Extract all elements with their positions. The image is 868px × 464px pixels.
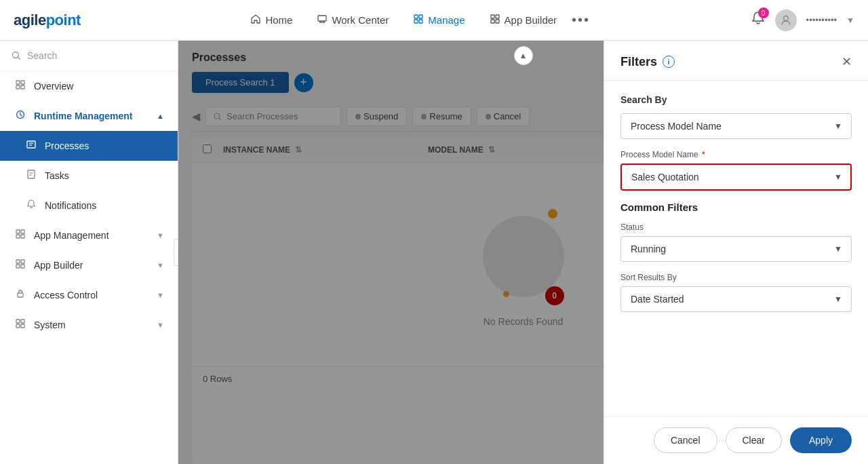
topnav: agilepoint Home Work Center Manage App	[0, 0, 868, 41]
svg-rect-20	[27, 141, 35, 148]
sidebar-runtime-label: Runtime Management	[34, 111, 150, 121]
svg-rect-31	[21, 260, 24, 263]
svg-rect-9	[496, 15, 499, 18]
nav-right: 0 •••••••••• ▼	[751, 9, 854, 31]
sort-label: Sort Results By	[620, 273, 852, 282]
svg-rect-23	[28, 170, 35, 178]
bell-button[interactable]: 0	[751, 11, 766, 29]
sidebar-item-system[interactable]: System ▼	[0, 310, 178, 340]
nav-home[interactable]: Home	[241, 8, 302, 33]
svg-rect-5	[419, 15, 422, 18]
sidebar-collapse-button[interactable]: ◀	[174, 239, 178, 266]
username: ••••••••••	[806, 15, 837, 25]
filters-panel: Filters i ✕ Search By Process Model Name…	[604, 41, 868, 464]
sidebar-item-accesscontrol[interactable]: Access Control ▼	[0, 280, 178, 310]
svg-point-13	[13, 52, 19, 58]
search-by-select[interactable]: Process Model Name Instance Name Status	[620, 113, 852, 139]
apply-button[interactable]: Apply	[790, 427, 852, 453]
collapse-up-button[interactable]: ▲	[514, 46, 533, 65]
sidebar-overview-label: Overview	[34, 81, 164, 92]
svg-rect-0	[318, 16, 326, 21]
sidebar-item-notifications[interactable]: Notifications	[0, 191, 178, 220]
svg-rect-17	[16, 85, 20, 89]
tasks-icon	[24, 169, 38, 182]
appbuilder-chevron-icon: ▼	[157, 261, 164, 269]
sort-select[interactable]: Date Started Instance Name Model Name	[620, 286, 852, 312]
filters-footer: Cancel Clear Apply	[604, 416, 868, 464]
main-content: ▲ Processes Process Search 1 + ◀ Search …	[178, 41, 868, 464]
home-icon	[250, 14, 261, 27]
appmanagement-chevron-icon: ▼	[157, 231, 164, 239]
avatar[interactable]	[775, 9, 797, 31]
svg-rect-30	[16, 260, 20, 263]
sidebar-item-appbuilder[interactable]: App Builder ▼	[0, 250, 178, 280]
svg-rect-4	[414, 15, 418, 18]
process-model-select[interactable]: Sales Quotation Purchase Order Employee …	[620, 163, 852, 191]
workcenter-icon	[317, 14, 328, 27]
sidebar-search-label: Search	[27, 50, 57, 61]
sidebar-tasks-label: Tasks	[45, 170, 164, 181]
cancel-button[interactable]: Cancel	[654, 427, 717, 453]
sidebar-item-runtime[interactable]: Runtime Management ▲	[0, 101, 178, 131]
runtime-chevron-icon: ▲	[157, 112, 164, 120]
filters-header: Filters i ✕	[604, 41, 868, 81]
filters-info-icon[interactable]: i	[663, 56, 675, 68]
svg-rect-15	[16, 81, 20, 84]
sort-select-wrap: Date Started Instance Name Model Name ▼	[620, 286, 852, 312]
filters-close-button[interactable]: ✕	[842, 54, 852, 69]
main-layout: Search Overview Runtime Management ▲ Pro…	[0, 41, 868, 464]
manage-icon	[413, 14, 424, 27]
user-chevron-icon[interactable]: ▼	[846, 16, 854, 25]
process-model-select-wrap: Sales Quotation Purchase Order Employee …	[620, 163, 852, 191]
sidebar-appmanagement-label: App Management	[34, 230, 150, 241]
filters-title: Filters	[620, 55, 657, 69]
svg-rect-33	[21, 265, 24, 268]
svg-rect-32	[16, 265, 20, 268]
nav-items: Home Work Center Manage App Builder •••	[241, 8, 590, 33]
status-select[interactable]: Running Suspended Completed Cancelled	[620, 236, 852, 262]
svg-rect-10	[491, 20, 494, 23]
clear-button[interactable]: Clear	[726, 427, 782, 453]
sidebar-item-tasks[interactable]: Tasks	[0, 161, 178, 191]
svg-rect-38	[21, 324, 24, 328]
appbuilder-nav-icon	[490, 14, 500, 27]
search-icon	[11, 50, 22, 61]
collapse-bar: ▲	[514, 46, 533, 65]
accesscontrol-chevron-icon: ▼	[157, 291, 164, 299]
logo-text: agilepoint	[14, 12, 81, 29]
required-indicator: *	[702, 150, 705, 159]
svg-rect-8	[491, 15, 494, 18]
notification-badge: 0	[758, 7, 769, 18]
nav-appbuilder[interactable]: App Builder	[480, 8, 567, 33]
svg-rect-28	[16, 235, 20, 238]
svg-rect-29	[21, 235, 24, 238]
sidebar-search[interactable]: Search	[0, 41, 178, 71]
sidebar-item-appmanagement[interactable]: App Management ▼	[0, 220, 178, 250]
svg-rect-18	[21, 85, 24, 89]
search-by-select-wrap: Process Model Name Instance Name Status …	[620, 113, 852, 139]
runtime-icon	[14, 109, 27, 123]
svg-rect-27	[21, 230, 24, 233]
sidebar-system-label: System	[34, 320, 150, 330]
system-icon	[14, 318, 27, 332]
status-label: Status	[620, 223, 852, 232]
notifications-icon	[24, 199, 38, 212]
sidebar-item-overview[interactable]: Overview	[0, 71, 178, 101]
process-model-name-label: Process Model Name *	[620, 150, 852, 159]
overview-icon	[14, 79, 27, 93]
sidebar-item-processes[interactable]: Processes	[0, 131, 178, 161]
nav-more[interactable]: •••	[572, 12, 590, 28]
processes-icon	[24, 139, 38, 153]
sidebar-appbuilder-icon	[14, 258, 27, 272]
nav-manage[interactable]: Manage	[403, 8, 474, 33]
filters-body: Search By Process Model Name Instance Na…	[604, 81, 868, 416]
svg-rect-7	[419, 20, 422, 23]
nav-home-label: Home	[265, 14, 292, 26]
nav-workcenter[interactable]: Work Center	[307, 8, 398, 33]
search-by-label: Search By	[620, 94, 852, 105]
system-chevron-icon: ▼	[157, 321, 164, 329]
svg-rect-6	[414, 20, 418, 23]
common-filters-title: Common Filters	[620, 201, 852, 213]
filters-title-row: Filters i	[620, 55, 675, 69]
nav-appbuilder-label: App Builder	[505, 14, 557, 26]
